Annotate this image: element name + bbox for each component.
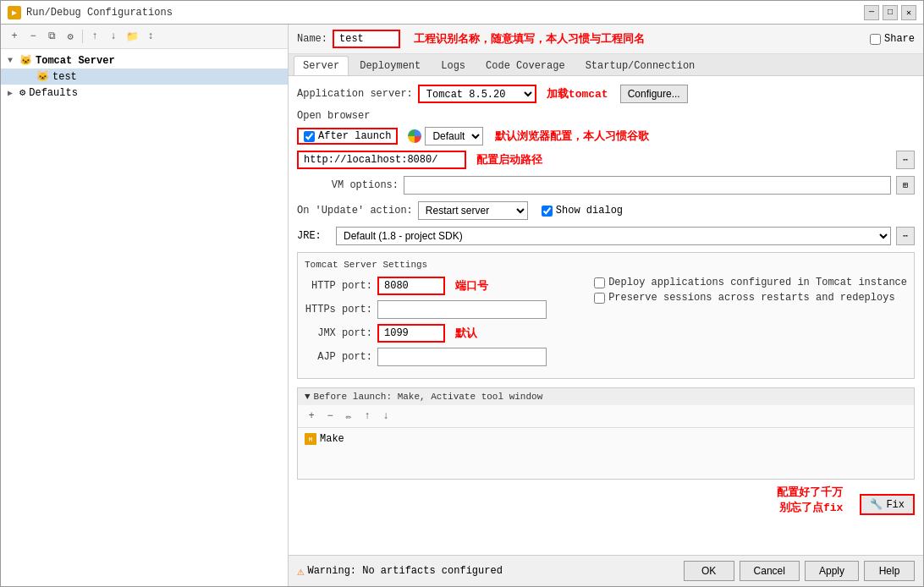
fix-annotation-line2: 别忘了点fix [777, 500, 843, 515]
fix-icon: 🔧 [870, 498, 883, 511]
url-input[interactable] [297, 151, 466, 169]
show-dialog-checkbox[interactable] [542, 206, 553, 217]
down-task-btn[interactable]: ↓ [377, 408, 394, 425]
vm-expand-btn[interactable]: ⊞ [896, 176, 915, 195]
toolbar-sep-1 [82, 30, 83, 43]
left-toolbar: + − ⧉ ⚙ ↑ ↓ 📁 ↕ [1, 25, 288, 49]
tab-server[interactable]: Server [294, 56, 349, 75]
update-action-row: On 'Update' action: Restart server Show … [297, 201, 915, 220]
remove-task-btn[interactable]: − [322, 408, 338, 425]
after-launch-label: After launch [318, 130, 391, 142]
edit-task-btn[interactable]: ✏ [340, 408, 357, 425]
open-browser-section: Open browser After launch Default 默 [297, 110, 915, 169]
collapse-icon: ▼ [305, 392, 311, 402]
apply-button[interactable]: Apply [805, 561, 859, 581]
move-up-btn[interactable]: ↑ [86, 28, 103, 45]
tree-item-defaults[interactable]: ▶ ⚙ Defaults [1, 85, 288, 101]
share-checkbox-row: Share [870, 33, 915, 45]
up-task-btn[interactable]: ↑ [359, 408, 376, 425]
browser-selector: Default [408, 127, 483, 145]
add-task-btn[interactable]: + [303, 408, 320, 425]
ajp-port-row: AJP port: [305, 348, 547, 366]
jre-label: JRE: [297, 230, 331, 242]
after-launch-checkbox[interactable] [304, 131, 315, 142]
main-content: + − ⧉ ⚙ ↑ ↓ 📁 ↕ ▼ 🐱 Tomcat Server 🐱 [1, 25, 923, 586]
show-dialog-label: Show dialog [556, 205, 623, 217]
name-input[interactable] [333, 30, 400, 48]
app-server-select[interactable]: Tomcat 8.5.20 [418, 85, 536, 103]
warning-icon: ⚠ [297, 564, 304, 579]
update-action-select[interactable]: Restart server [418, 201, 528, 220]
window-title: Run/Debug Configurations [26, 7, 173, 19]
http-port-row: HTTP port: 端口号 [305, 277, 547, 295]
cancel-button[interactable]: Cancel [740, 561, 800, 581]
minimize-btn[interactable]: ─ [864, 5, 879, 20]
name-field-label: Name: [297, 33, 327, 45]
ajp-port-label: AJP port: [305, 351, 372, 363]
tree-item-test[interactable]: 🐱 test [1, 69, 288, 85]
jre-expand-btn[interactable]: ⋯ [896, 227, 915, 245]
name-annotation: 工程识别名称，随意填写，本人习惯与工程同名 [414, 31, 645, 47]
close-btn[interactable]: ✕ [901, 5, 916, 20]
fix-label: Fix [886, 499, 905, 511]
tab-logs[interactable]: Logs [432, 56, 475, 75]
configure-btn[interactable]: Configure... [620, 85, 688, 103]
vm-options-input[interactable] [404, 176, 891, 195]
settings-config-btn[interactable]: ⚙ [62, 28, 79, 45]
warning-text: Warning: No artifacts configured [307, 565, 502, 577]
maximize-btn[interactable]: □ [883, 5, 898, 20]
remove-config-btn[interactable]: − [25, 28, 41, 45]
tab-deployment[interactable]: Deployment [350, 56, 430, 75]
ajp-port-input[interactable] [377, 348, 547, 366]
tomcat-settings-title: Tomcat Server Settings [305, 260, 907, 270]
tree-item-tomcat[interactable]: ▼ 🐱 Tomcat Server [1, 52, 288, 69]
app-server-label: Application server: [297, 88, 413, 100]
preserve-checkbox-label: Preserve sessions across restarts and re… [608, 292, 894, 304]
app-server-row: Application server: Tomcat 8.5.20 加载tomc… [297, 85, 915, 103]
preserve-checkbox[interactable] [594, 293, 605, 304]
folder-btn[interactable]: 📁 [124, 28, 140, 45]
add-config-btn[interactable]: + [6, 28, 23, 45]
jre-select[interactable]: Default (1.8 - project SDK) [336, 227, 891, 245]
http-port-label: HTTP port: [305, 280, 372, 292]
make-icon: M [305, 433, 316, 445]
jmx-port-row: JMX port: 默认 [305, 324, 547, 343]
test-icon: 🐱 [36, 70, 49, 83]
bottom-bar: ⚠ Warning: No artifacts configured OK Ca… [289, 555, 923, 586]
browser-select[interactable]: Default [425, 127, 483, 145]
jmx-port-input[interactable] [377, 324, 445, 343]
vm-options-row: VM options: ⊞ [297, 176, 915, 195]
jmx-port-annotation: 默认 [455, 326, 477, 341]
url-expand-btn[interactable]: ⋯ [896, 151, 915, 169]
before-launch-title: ▼ Before launch: Make, Activate tool win… [298, 388, 914, 405]
sort-btn[interactable]: ↕ [142, 28, 159, 45]
main-window: ▶ Run/Debug Configurations ─ □ ✕ + − ⧉ ⚙… [0, 0, 924, 587]
before-launch-toolbar: + − ✏ ↑ ↓ [298, 405, 914, 428]
tab-code-coverage[interactable]: Code Coverage [476, 56, 575, 75]
tab-startup-connection[interactable]: Startup/Connection [576, 56, 705, 75]
ok-button[interactable]: OK [684, 561, 734, 581]
expand-tomcat-icon: ▼ [8, 56, 19, 65]
title-bar: ▶ Run/Debug Configurations ─ □ ✕ [1, 1, 923, 25]
app-server-annotation: 加载tomcat [547, 86, 608, 101]
url-annotation: 配置启动路径 [476, 152, 542, 167]
fix-btn[interactable]: 🔧 Fix [860, 494, 915, 515]
https-port-input[interactable] [377, 300, 547, 319]
share-checkbox[interactable] [870, 34, 881, 45]
move-down-btn[interactable]: ↓ [105, 28, 122, 45]
fix-annotation: 配置好了千万 别忘了点fix [777, 485, 843, 515]
share-label: Share [884, 33, 915, 45]
deploy-checkbox[interactable] [594, 277, 605, 288]
help-button[interactable]: Help [864, 561, 915, 581]
http-port-annotation: 端口号 [455, 278, 488, 294]
tomcat-settings-section: Tomcat Server Settings HTTP port: 端口号 [297, 252, 915, 379]
deploy-checkbox-label: Deploy applications configured in Tomcat… [608, 277, 907, 288]
http-port-input[interactable] [377, 277, 445, 295]
copy-config-btn[interactable]: ⧉ [43, 28, 60, 45]
preserve-checkbox-row: Preserve sessions across restarts and re… [594, 292, 907, 304]
make-label: Make [320, 433, 344, 445]
tomcat-checkboxes: Deploy applications configured in Tomcat… [577, 277, 907, 371]
action-buttons: OK Cancel Apply Help [684, 561, 915, 581]
browser-annotation: 默认浏览器配置，本人习惯谷歌 [495, 129, 649, 144]
tab-content-server: Application server: Tomcat 8.5.20 加载tomc… [289, 76, 923, 555]
